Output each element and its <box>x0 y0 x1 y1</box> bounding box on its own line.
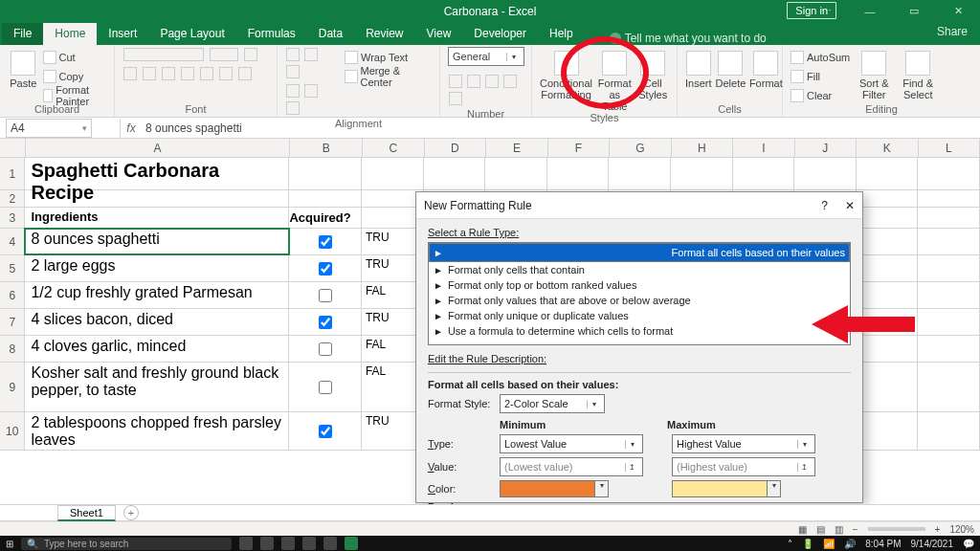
decrease-font-button[interactable] <box>123 67 137 80</box>
cell-B10[interactable] <box>289 412 361 450</box>
col-header-J[interactable]: J <box>795 139 857 157</box>
tab-formulas[interactable]: Formulas <box>236 23 307 45</box>
clock-date[interactable]: 9/14/2021 <box>911 539 954 549</box>
acquired-checkbox[interactable] <box>319 262 332 276</box>
min-color-select[interactable]: ▾ <box>500 480 643 497</box>
cell-B6[interactable] <box>289 282 361 308</box>
cell-B8[interactable] <box>289 336 361 362</box>
rule-type-option[interactable]: ►Use a formula to determine which cells … <box>429 323 850 339</box>
cell-C4[interactable]: TRU <box>362 229 424 254</box>
font-name-box[interactable] <box>123 48 204 61</box>
window-minimize-button[interactable]: — <box>848 0 892 22</box>
tab-page-layout[interactable]: Page Layout <box>148 23 235 45</box>
zoom-slider[interactable] <box>868 527 925 531</box>
align-top-button[interactable] <box>286 48 300 61</box>
rule-type-option[interactable]: ►Format all cells based on their values <box>429 243 850 262</box>
tray-chevron-icon[interactable]: ˄ <box>788 539 792 549</box>
tray-volume-icon[interactable]: 🔊 <box>844 539 856 549</box>
cell-A7[interactable]: 4 slices bacon, diced <box>25 309 289 335</box>
cell-C10[interactable]: TRU <box>362 412 424 450</box>
col-header-K[interactable]: K <box>857 139 918 157</box>
cell[interactable] <box>671 158 733 189</box>
percent-format-button[interactable] <box>467 75 480 88</box>
acquired-checkbox[interactable] <box>319 342 332 356</box>
cell[interactable] <box>857 363 919 411</box>
acquired-checkbox[interactable] <box>319 289 332 302</box>
min-type-select[interactable]: Lowest Value▾ <box>500 434 643 453</box>
cell-C5[interactable]: TRU <box>362 255 424 281</box>
format-painter-button[interactable]: Format Painter <box>43 87 106 103</box>
cell[interactable] <box>857 255 919 281</box>
cell[interactable] <box>857 158 919 189</box>
tab-data[interactable]: Data <box>307 23 354 45</box>
col-header-L[interactable]: L <box>919 139 980 157</box>
cell[interactable] <box>857 208 919 228</box>
rule-type-option[interactable]: ►Format only cells that contain <box>429 262 850 277</box>
rule-type-option[interactable]: ►Format only unique or duplicate values <box>429 308 850 323</box>
merge-center-button[interactable]: Merge & Center <box>345 68 432 84</box>
min-value-input[interactable]: (Lowest value) ↥ <box>500 457 643 476</box>
cell[interactable] <box>918 363 980 411</box>
row-header[interactable]: 2 <box>0 190 25 207</box>
cell-B5[interactable] <box>289 255 361 281</box>
taskbar-app-icon[interactable] <box>260 537 274 550</box>
cell-A6[interactable]: 1/2 cup freshly grated Parmesan <box>25 282 289 308</box>
cell-C9[interactable]: FAL <box>362 363 424 411</box>
cell[interactable] <box>857 190 919 207</box>
acquired-checkbox[interactable] <box>319 425 332 438</box>
delete-cells-button[interactable]: Delete <box>716 47 746 89</box>
taskbar-search[interactable]: 🔍 Type here to search <box>21 538 232 550</box>
cell-A9[interactable]: Kosher salt and freshly ground black pep… <box>25 363 289 411</box>
tab-insert[interactable]: Insert <box>97 23 148 45</box>
col-header-E[interactable]: E <box>486 139 547 157</box>
view-normal-button[interactable]: ▦ <box>798 524 807 535</box>
max-type-select[interactable]: Highest Value▾ <box>672 434 815 453</box>
cell[interactable] <box>918 158 980 189</box>
cell-C3[interactable] <box>362 208 424 228</box>
cell[interactable] <box>918 208 980 228</box>
cell[interactable] <box>485 158 547 189</box>
sort-filter-button[interactable]: Sort & Filter <box>854 47 894 103</box>
cell[interactable] <box>857 412 919 450</box>
cell[interactable] <box>918 412 980 450</box>
max-value-input[interactable]: (Highest value) ↥ <box>672 457 815 476</box>
new-sheet-button[interactable]: + <box>123 505 139 520</box>
col-header-C[interactable]: C <box>363 139 424 157</box>
zoom-in-button[interactable]: + <box>935 524 941 535</box>
tray-battery-icon[interactable]: 🔋 <box>802 539 813 549</box>
clear-button[interactable]: Clear <box>791 87 850 103</box>
acquired-checkbox[interactable] <box>319 381 332 394</box>
cell[interactable] <box>857 229 919 254</box>
format-cells-button[interactable]: Format <box>749 47 782 89</box>
tray-wifi-icon[interactable]: 📶 <box>823 539 835 549</box>
cell[interactable] <box>424 158 486 189</box>
sheet-tab[interactable]: Sheet1 <box>57 505 116 521</box>
number-format-box[interactable]: General ▾ <box>448 47 524 66</box>
format-as-table-button[interactable]: Format as Table <box>596 47 633 112</box>
start-button[interactable]: ⊞ <box>6 539 13 549</box>
font-color-button[interactable] <box>238 67 252 80</box>
find-select-button[interactable]: Find & Select <box>898 47 938 103</box>
view-page-layout-button[interactable]: ▤ <box>816 524 825 535</box>
cell[interactable] <box>857 309 919 335</box>
col-header-H[interactable]: H <box>672 139 733 157</box>
cell-B3[interactable]: Acquired? <box>289 208 361 228</box>
col-header-I[interactable]: I <box>733 139 794 157</box>
italic-button[interactable] <box>162 67 175 80</box>
notifications-button[interactable]: 💬 <box>963 539 974 549</box>
cell-B2[interactable] <box>289 190 361 207</box>
borders-button[interactable] <box>200 67 213 80</box>
cell[interactable] <box>918 229 980 254</box>
tab-developer[interactable]: Developer <box>462 23 538 45</box>
bold-button[interactable] <box>143 67 156 80</box>
wrap-text-button[interactable]: Wrap Text <box>345 49 432 65</box>
increase-decimal-button[interactable] <box>503 75 517 88</box>
copy-button[interactable]: Copy <box>43 68 106 84</box>
cell-A8[interactable]: 4 cloves garlic, minced <box>25 336 289 362</box>
conditional-formatting-button[interactable]: Conditional Formatting <box>540 47 592 112</box>
cell-C7[interactable]: TRU <box>362 309 424 335</box>
cell-C1[interactable] <box>362 158 424 189</box>
row-header[interactable]: 9 <box>0 363 25 411</box>
taskbar-app-icon[interactable] <box>281 537 295 550</box>
cell[interactable] <box>918 282 980 308</box>
